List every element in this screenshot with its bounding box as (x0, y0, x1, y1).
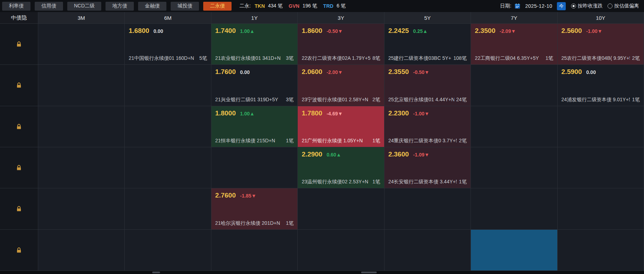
yield-change: -1.00▼ (413, 111, 429, 116)
empty-cell[interactable] (125, 65, 211, 106)
row-lock-cell[interactable] (0, 147, 38, 188)
bond-name: 24重庆银行二级资本债0 3.7Y+5Y (388, 138, 457, 144)
cell-bottomline: 21农业银行永续债01 341D+N3笔 (215, 55, 293, 62)
row-lock-cell[interactable] (0, 188, 38, 229)
trade-count: 3笔 (286, 55, 293, 62)
cell-bottomline: 24重庆银行二级资本债0 3.7Y+5Y2笔 (388, 138, 467, 144)
empty-cell[interactable] (558, 147, 644, 188)
bond-name: 21恒丰银行永续债 215D+N (215, 138, 275, 144)
empty-cell[interactable] (384, 188, 471, 229)
lock-icon (16, 206, 22, 212)
empty-cell[interactable] (211, 230, 298, 271)
trade-count: 1笔 (286, 138, 293, 144)
empty-cell[interactable] (38, 188, 125, 229)
column-header-7Y: 7Y (471, 12, 557, 24)
summary-item-count: 434 笔 (268, 3, 283, 9)
bond-cell[interactable]: 1.74001.00▲21农业银行永续债01 341D+N3笔 (211, 24, 298, 65)
empty-cell[interactable] (471, 106, 557, 147)
bond-yield: 2.3500 (475, 27, 495, 35)
bond-cell[interactable]: 2.3500-2.09▼22工商银行二级04 6.35Y+5Y1笔 (471, 24, 557, 65)
scrollbar-thumb[interactable] (152, 272, 160, 273)
scrollbar-thumb[interactable] (361, 272, 377, 273)
bond-cell[interactable]: 2.29000.60▲23温州银行永续债02 2.53Y+N1笔 (298, 147, 384, 188)
empty-cell[interactable] (558, 230, 644, 271)
bond-cell[interactable]: 1.80001.00▲21恒丰银行永续债 215D+N1笔 (211, 106, 298, 147)
bond-cell[interactable]: 2.3550-0.50▼25北京银行永续债01 4.44Y+N24笔 (384, 65, 471, 106)
bond-yield: 2.7600 (215, 192, 236, 199)
empty-cell[interactable] (38, 24, 125, 65)
empty-cell[interactable] (384, 230, 471, 271)
empty-cell[interactable] (38, 106, 125, 147)
lock-icon (16, 82, 22, 88)
summary-item-count: 6 笔 (337, 3, 346, 9)
row-lock-cell[interactable] (0, 24, 38, 65)
empty-cell[interactable] (298, 230, 384, 271)
empty-cell[interactable] (125, 188, 211, 229)
cell-topline: 2.5600-1.00▼ (562, 27, 640, 35)
empty-cell[interactable] (471, 65, 557, 106)
cell-bottomline: 23温州银行永续债02 2.53Y+N1笔 (302, 179, 380, 185)
empty-cell[interactable] (38, 65, 125, 106)
empty-cell[interactable] (38, 230, 125, 271)
empty-cell[interactable] (558, 106, 644, 147)
bond-yield: 2.2300 (388, 109, 409, 117)
empty-cell[interactable] (38, 147, 125, 188)
empty-cell[interactable] (125, 106, 211, 147)
bond-cell[interactable]: 2.24250.25▲25建行二级资本债03BC 5Y+5Y108笔 (384, 24, 471, 65)
date-value[interactable]: 2025-12-10 (524, 3, 554, 9)
row-lock-cell[interactable] (0, 106, 38, 147)
lock-icon (16, 165, 22, 171)
bond-cell[interactable]: 2.2300-1.00▼24重庆银行二级资本债0 3.7Y+5Y2笔 (384, 106, 471, 147)
cell-topline: 2.59000.00 (562, 68, 640, 76)
market-tab[interactable]: 城投债 (171, 2, 199, 11)
yield-change: 0.00 (154, 28, 163, 34)
bond-name: 21哈尔滨银行永续债 201D+N (215, 220, 280, 227)
grid-row: 1.68000.0021中国银行永续债01 160D+N5笔1.74001.00… (0, 24, 644, 65)
bond-cell[interactable]: 1.76000.0021兴业银行二级01 319D+5Y3笔 (211, 65, 298, 106)
bond-yield: 2.5600 (562, 27, 582, 35)
row-lock-cell[interactable] (0, 230, 38, 271)
column-header-1Y: 1Y (211, 12, 298, 24)
empty-cell[interactable] (211, 147, 298, 188)
radio-option[interactable]: 按估值偏离 (608, 3, 639, 9)
trade-count: 2笔 (632, 55, 640, 62)
market-tab[interactable]: 金融债 (138, 2, 166, 11)
market-tab[interactable]: 信用债 (35, 2, 63, 11)
row-lock-cell[interactable] (0, 65, 38, 106)
market-tab[interactable]: 二永债 (203, 2, 232, 11)
bond-cell[interactable]: 2.7600-1.85▼21哈尔滨银行永续债 201D+N1笔 (211, 188, 298, 229)
cell-topline: 2.2300-1.00▼ (388, 109, 467, 117)
yield-change: 0.25▲ (413, 28, 428, 34)
column-header-6M: 6M (125, 12, 211, 24)
bond-yield: 2.3550 (388, 68, 409, 76)
column-header-10Y: 10Y (558, 12, 644, 24)
yield-change: -1.00▼ (586, 28, 603, 34)
cell-topline: 1.68000.00 (129, 27, 207, 35)
bond-cell[interactable]: 2.3600-1.09▼24长安银行二级资本债 3.44Y+5Y1笔 (384, 147, 471, 188)
market-tab[interactable]: NCD二级 (67, 2, 101, 11)
bond-cell[interactable]: 2.5600-1.00▼25农行二级资本债04B( 9.95Y+5Y2笔 (558, 24, 644, 65)
trade-count: 2笔 (372, 97, 380, 103)
bond-cell[interactable]: 2.59000.0024浦发银行二级资本债 9.01Y+5Y1笔 (558, 65, 644, 106)
empty-cell[interactable] (298, 188, 384, 229)
today-button[interactable]: 今 (557, 2, 566, 10)
empty-cell[interactable] (125, 147, 211, 188)
bond-name: 24浦发银行二级资本债 9.01Y+5Y (562, 97, 630, 103)
empty-cell[interactable] (471, 147, 557, 188)
market-tab[interactable]: 利率债 (2, 2, 30, 11)
cell-bottomline: 25农行二级资本债04B( 9.95Y+5Y2笔 (562, 55, 640, 62)
cell-bottomline: 21兴业银行二级01 319D+5Y3笔 (215, 97, 293, 103)
empty-cell[interactable] (125, 230, 211, 271)
empty-cell[interactable] (558, 188, 644, 229)
radio-option[interactable]: 按昨收涨跌 (571, 3, 603, 9)
bond-cell[interactable]: 1.7800-4.69▼21广州银行永续债 1.05Y+N1笔 (298, 106, 384, 147)
selected-cell[interactable] (471, 230, 557, 271)
market-tab[interactable]: 地方债 (106, 2, 134, 11)
empty-cell[interactable] (471, 188, 557, 229)
horizontal-scrollbar[interactable] (0, 271, 644, 274)
calendar-icon[interactable] (514, 3, 520, 9)
bond-cell[interactable]: 1.68000.0021中国银行永续债01 160D+N5笔 (125, 24, 211, 65)
bond-cell[interactable]: 2.0600-2.00▼23宁波银行永续债01 2.58Y+N2笔 (298, 65, 384, 106)
trade-count: 1笔 (546, 55, 553, 62)
bond-cell[interactable]: 1.8600-0.50▼22农行二级资本债02A 1.79Y+5Y8笔 (298, 24, 384, 65)
